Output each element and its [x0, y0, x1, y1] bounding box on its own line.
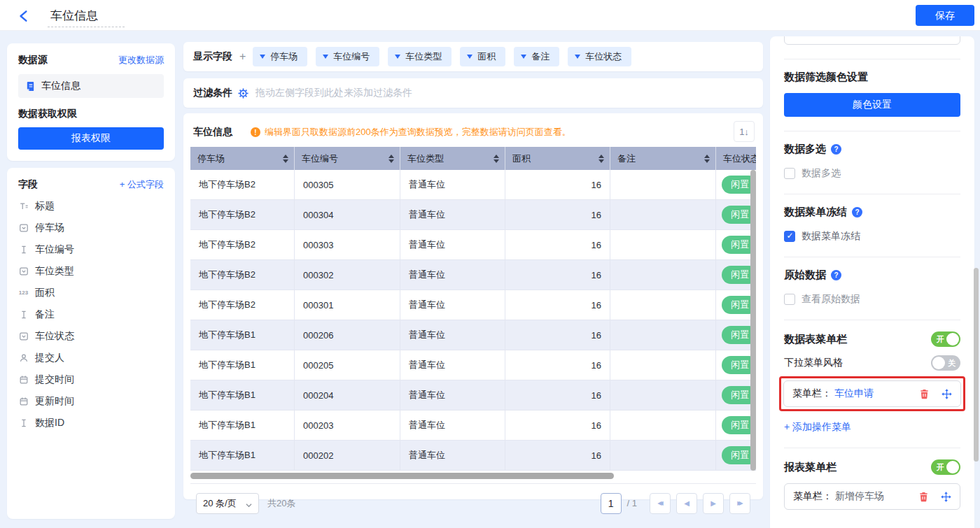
checkbox-checked[interactable]: [784, 231, 795, 242]
report-permission-button[interactable]: 报表权限: [18, 127, 164, 150]
panel-scrollbar[interactable]: [974, 268, 979, 462]
change-datasource-link[interactable]: 更改数据源: [118, 54, 164, 66]
report-menu-title: 报表菜单栏: [784, 461, 836, 474]
field-item[interactable]: 停车场: [18, 217, 164, 238]
toggle-on-label: 开: [937, 462, 944, 473]
help-icon[interactable]: ?: [852, 207, 862, 217]
sort-icon[interactable]: [704, 155, 710, 163]
add-action-menu-link[interactable]: + 添加操作菜单: [784, 421, 960, 434]
top-bar: 车位信息 保存: [0, 0, 980, 31]
field-chip[interactable]: 车位类型: [388, 47, 451, 66]
select-icon: [18, 266, 29, 276]
field-chip[interactable]: 车位编号: [316, 47, 379, 66]
field-item[interactable]: 标题: [18, 195, 164, 217]
table-row[interactable]: 地下停车场B1000205普通车位16闲置: [190, 350, 756, 380]
field-item[interactable]: 车位状态: [18, 325, 164, 347]
column-header[interactable]: 车位编号: [295, 147, 400, 170]
field-item[interactable]: 提交人: [18, 347, 164, 369]
column-header[interactable]: 面积: [505, 147, 610, 170]
sort-order-button[interactable]: 1↓: [734, 121, 755, 142]
horizontal-scroll-thumb[interactable]: [190, 473, 614, 479]
field-item[interactable]: 车位编号: [18, 238, 164, 260]
page-size-value: 20 条/页: [203, 497, 237, 510]
field-item[interactable]: 提交时间: [18, 369, 164, 390]
trash-icon[interactable]: [918, 388, 930, 399]
table-row[interactable]: 地下停车场B2000303普通车位16闲置: [190, 230, 756, 260]
table-horizontal-scrollbar[interactable]: [190, 473, 756, 479]
field-chip[interactable]: 车位状态: [568, 47, 631, 66]
table-row[interactable]: 地下停车场B2000304普通车位16闲置: [190, 200, 756, 230]
menu-freeze-checkbox-row[interactable]: 数据菜单冻结: [784, 230, 960, 243]
table-vertical-scrollbar[interactable]: [750, 170, 756, 471]
menu-item-value[interactable]: 新增停车场: [835, 490, 884, 503]
prev-page-button[interactable]: ◀: [676, 493, 697, 514]
first-page-button[interactable]: ◀◀: [650, 493, 671, 514]
sort-icon[interactable]: [283, 155, 288, 163]
move-icon[interactable]: [941, 388, 952, 399]
table-row[interactable]: 地下停车场B1000204普通车位16闲置: [190, 380, 756, 411]
page-size-select[interactable]: 20 条/页: [196, 493, 259, 514]
table-row[interactable]: 地下停车场B2000301普通车位16闲置: [190, 290, 756, 320]
raw-data-checkbox-row[interactable]: 查看原始数据: [784, 293, 960, 306]
report-menu-item-row[interactable]: 菜单栏： 新增停车场: [784, 483, 960, 510]
dropdown-style-toggle-off[interactable]: 关: [931, 355, 960, 371]
help-icon[interactable]: ?: [831, 270, 841, 280]
table-row[interactable]: 地下停车场B1000206普通车位16闲置: [190, 320, 756, 350]
table-cell: 000302: [295, 260, 400, 290]
help-icon[interactable]: ?: [831, 144, 841, 155]
filter-dropzone-placeholder: 拖动左侧字段到此处来添加过滤条件: [255, 87, 412, 99]
field-item[interactable]: 123面积: [18, 282, 164, 304]
trash-icon[interactable]: [918, 491, 929, 502]
page-number-input[interactable]: [601, 493, 622, 514]
sort-icon[interactable]: [598, 155, 604, 163]
divider: [784, 59, 960, 59]
column-header-label: 备注: [617, 152, 636, 165]
table-cell: 000205: [295, 350, 400, 380]
field-chip[interactable]: 面积: [460, 47, 505, 66]
checkbox-unchecked[interactable]: [784, 168, 795, 179]
field-item[interactable]: 备注: [18, 304, 164, 325]
field-chip[interactable]: 停车场: [253, 47, 307, 66]
multi-select-checkbox-row[interactable]: 数据多选: [784, 167, 960, 180]
table-row[interactable]: 地下停车场B1000202普通车位16闲置: [190, 441, 756, 471]
sort-asc-icon: [493, 155, 499, 158]
table-cell: 16: [505, 230, 610, 259]
table-cell: 16: [505, 260, 610, 290]
field-item[interactable]: 数据ID: [18, 412, 164, 434]
table-cell: [610, 290, 716, 320]
last-page-button[interactable]: ▶▶: [729, 493, 750, 514]
table-row[interactable]: 地下停车场B2000305普通车位16闲置: [190, 170, 756, 200]
field-item-label: 车位类型: [35, 265, 74, 278]
column-header[interactable]: 备注: [610, 147, 716, 170]
field-item[interactable]: 更新时间: [18, 390, 164, 412]
field-item-label: 面积: [35, 287, 55, 299]
sort-icon[interactable]: [493, 155, 499, 163]
table-menu-item-row[interactable]: 菜单栏： 车位申请: [783, 380, 961, 407]
color-setting-button[interactable]: 颜色设置: [784, 93, 960, 117]
add-field-icon[interactable]: +: [239, 50, 246, 63]
table-cell: [610, 230, 716, 259]
save-button[interactable]: 保存: [916, 5, 974, 26]
column-header[interactable]: 车位类型: [400, 147, 505, 170]
table-menu-toggle-on[interactable]: 开: [931, 331, 960, 347]
checkbox-unchecked[interactable]: [784, 294, 795, 305]
field-chip-label: 备注: [531, 50, 550, 63]
column-header[interactable]: 停车场: [190, 147, 295, 170]
move-icon[interactable]: [940, 491, 951, 502]
sort-desc-icon: [388, 159, 394, 163]
table-cell: 普通车位: [400, 260, 505, 290]
datasource-item[interactable]: 车位信息: [18, 74, 164, 98]
table-row[interactable]: 地下停车场B1000203普通车位16闲置: [190, 411, 756, 441]
table-row[interactable]: 地下停车场B2000302普通车位16闲置: [190, 260, 756, 290]
column-header[interactable]: 车位状态: [716, 147, 756, 170]
next-page-button[interactable]: ▶: [703, 493, 724, 514]
gear-icon[interactable]: [238, 88, 248, 99]
back-button[interactable]: [17, 9, 31, 23]
report-menu-toggle-on[interactable]: 开: [931, 459, 960, 475]
sort-icon[interactable]: [388, 155, 394, 163]
formula-field-link[interactable]: + 公式字段: [120, 178, 164, 191]
field-item[interactable]: 车位类型: [18, 260, 164, 282]
menu-item-value[interactable]: 车位申请: [834, 387, 874, 400]
field-chip[interactable]: 备注: [514, 47, 559, 66]
page-title[interactable]: 车位信息: [48, 8, 125, 27]
